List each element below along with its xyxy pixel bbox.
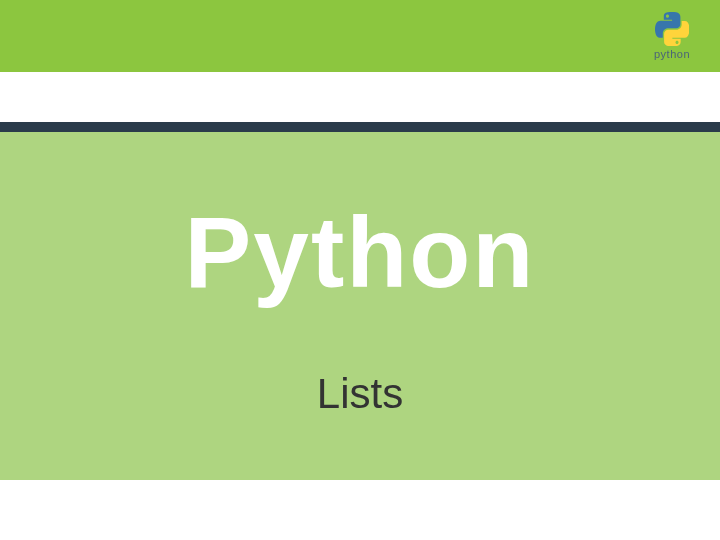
top-banner: python [0, 0, 720, 72]
white-gap [0, 72, 720, 122]
python-logo-icon [655, 12, 689, 46]
bottom-margin [0, 480, 720, 540]
slide-title: Python [185, 195, 536, 310]
logo-label: python [654, 48, 690, 60]
main-content: Python Lists [0, 132, 720, 480]
python-logo: python [654, 12, 690, 60]
slide: python Python Lists [0, 0, 720, 540]
slide-subtitle: Lists [317, 370, 403, 418]
divider-bar [0, 122, 720, 132]
